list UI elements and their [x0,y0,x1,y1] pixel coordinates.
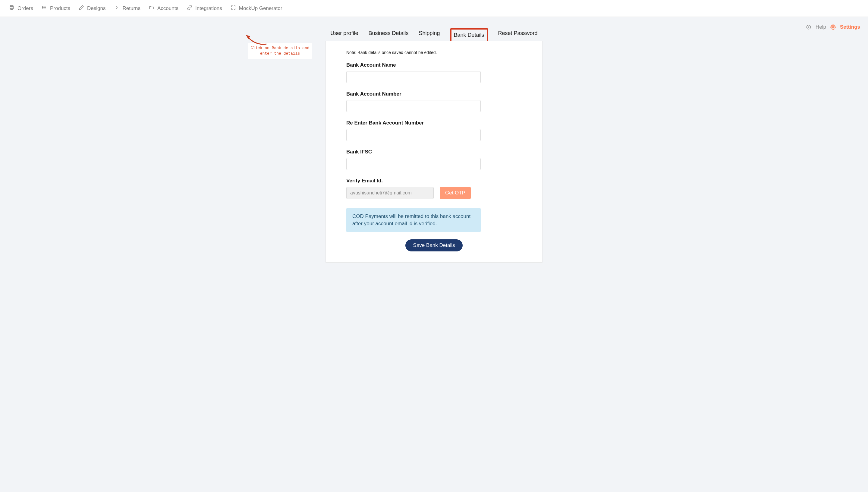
input-bank-account-number[interactable] [346,100,481,112]
input-bank-account-name[interactable] [346,71,481,83]
group-bank-ifsc: Bank IFSC [346,149,522,170]
nav-orders[interactable]: Orders [9,5,33,12]
nav-mockup-label: MockUp Generator [239,5,282,12]
tab-bank-details-inner: Bank Details [454,32,484,38]
nav-accounts[interactable]: Accounts [149,5,178,12]
expand-icon [230,5,236,12]
annotation-arrow-icon [246,34,267,46]
nav-returns-label: Returns [122,5,140,12]
nav-returns[interactable]: Returns [114,5,140,12]
input-bank-ifsc[interactable] [346,158,481,170]
nav-integrations[interactable]: Integrations [187,5,222,12]
link-icon [187,5,192,12]
svg-point-6 [42,6,43,7]
tab-reset-password[interactable]: Reset Password [498,26,538,41]
annotation: Click on Bank details and enter the deta… [248,43,312,59]
chevron-right-icon [114,5,119,12]
note-text: Note: Bank details once saved cannot be … [346,50,522,55]
label-bank-ifsc: Bank IFSC [346,149,522,155]
nav-orders-label: Orders [17,5,33,12]
group-bank-account-number: Bank Account Number [346,91,522,112]
cod-info-box: COD Payments will be remitted to this ba… [346,208,481,232]
bank-details-card: Note: Bank details once saved cannot be … [326,41,542,262]
label-re-bank-account-number: Re Enter Bank Account Number [346,120,522,126]
save-bank-details-button[interactable]: Save Bank Details [405,239,463,252]
group-bank-account-name: Bank Account Name [346,62,522,83]
get-otp-button[interactable]: Get OTP [440,187,471,199]
page-background: Help Settings User profile Business Deta… [0,17,868,492]
tab-business-details[interactable]: Business Details [368,26,409,41]
nav-designs-label: Designs [87,5,105,12]
label-verify-email: Verify Email Id. [346,178,522,184]
tab-bank-details[interactable]: Bank Details [450,28,488,42]
verify-email-row: Get OTP [346,187,522,199]
label-bank-account-name: Bank Account Name [346,62,522,68]
tab-user-profile[interactable]: User profile [330,26,358,41]
save-row: Save Bank Details [346,239,522,252]
list-icon [41,5,47,12]
top-nav: Orders Products Designs Returns Accounts… [0,0,868,17]
nav-mockup-generator[interactable]: MockUp Generator [230,5,282,12]
nav-products-label: Products [50,5,70,12]
input-re-bank-account-number[interactable] [346,129,481,141]
group-verify-email: Verify Email Id. Get OTP [346,178,522,199]
folder-icon [149,5,154,12]
tab-shipping[interactable]: Shipping [419,26,440,41]
svg-point-7 [42,7,43,8]
nav-accounts-label: Accounts [157,5,178,12]
nav-integrations-label: Integrations [195,5,222,12]
svg-point-8 [42,9,43,9]
nav-products[interactable]: Products [41,5,70,12]
pencil-icon [79,5,84,12]
label-bank-account-number: Bank Account Number [346,91,522,97]
nav-designs[interactable]: Designs [79,5,105,12]
printer-icon [9,5,15,12]
settings-tabs: User profile Business Details Shipping B… [0,26,868,41]
input-verify-email [346,187,434,199]
group-re-bank-account-number: Re Enter Bank Account Number [346,120,522,141]
